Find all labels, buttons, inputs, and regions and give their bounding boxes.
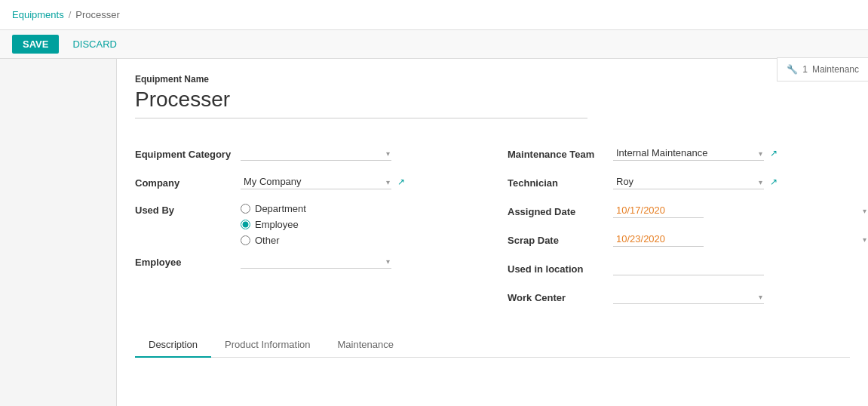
scrap-date-chevron-icon: ▾ <box>863 235 866 244</box>
used-by-label: Used By <box>135 203 241 216</box>
scrap-date-display[interactable]: 10/23/2020 <box>613 232 704 247</box>
company-row: Company My Company ▾ ↗ <box>135 174 477 195</box>
equipment-name-section: Equipment Name Processer <box>135 74 850 146</box>
tab-description[interactable]: Description <box>135 333 211 358</box>
equipment-name-label: Equipment Name <box>135 74 850 85</box>
equipment-category-select[interactable] <box>241 146 391 161</box>
equipment-name-value: Processer <box>135 88 587 118</box>
used-by-other-radio[interactable] <box>241 235 250 245</box>
assigned-date-row: Assigned Date 10/17/2020 ▾ <box>508 203 850 224</box>
employee-value[interactable]: ▾ <box>241 254 477 269</box>
used-in-location-input[interactable] <box>613 260 764 275</box>
technician-select[interactable]: Roy <box>613 174 764 189</box>
sidebar <box>0 59 117 406</box>
employee-select-wrapper[interactable]: ▾ <box>241 254 391 269</box>
breadcrumb-current: Processer <box>75 9 120 20</box>
assigned-date-label: Assigned Date <box>508 203 613 217</box>
company-label: Company <box>135 174 241 189</box>
content-area: 🔧 1 Maintenanc Equipment Name Processer … <box>117 59 868 406</box>
breadcrumb-equipments-link[interactable]: Equipments <box>12 9 64 20</box>
breadcrumb-separator: / <box>69 9 72 20</box>
equipment-category-select-wrapper[interactable]: ▾ <box>241 146 391 161</box>
maintenance-label: Maintenanc <box>812 64 859 75</box>
maintenance-team-value: Internal Maintenance ▾ ↗ <box>613 146 850 161</box>
technician-row: Technician Roy ▾ ↗ <box>508 174 850 195</box>
used-by-row: Used By Department Employee <box>135 203 477 246</box>
discard-button[interactable]: DISCARD <box>65 35 124 54</box>
scrap-date-label: Scrap Date <box>508 232 613 246</box>
maintenance-team-external-link-icon[interactable]: ↗ <box>770 148 778 158</box>
used-in-location-row: Used in location <box>508 260 850 281</box>
used-by-other-option[interactable]: Other <box>241 235 306 246</box>
maintenance-badge[interactable]: 🔧 1 Maintenanc <box>777 59 868 82</box>
scrap-date-value: 10/23/2020 ▾ <box>613 232 850 247</box>
maintenance-team-select[interactable]: Internal Maintenance <box>613 146 764 161</box>
work-center-select-wrapper[interactable]: ▾ <box>613 289 764 304</box>
breadcrumb: Equipments / Processer <box>12 9 120 20</box>
right-fields: Maintenance Team Internal Maintenance ▾ … <box>508 146 850 318</box>
technician-select-wrapper[interactable]: Roy ▾ <box>613 174 764 189</box>
work-center-value[interactable]: ▾ <box>613 289 850 304</box>
assigned-date-display[interactable]: 10/17/2020 <box>613 203 704 218</box>
employee-row: Employee ▾ <box>135 254 477 275</box>
used-by-department-label: Department <box>255 203 306 214</box>
company-value: My Company ▾ ↗ <box>241 174 477 189</box>
used-by-other-label: Other <box>255 235 280 246</box>
wrench-icon: 🔧 <box>787 64 798 75</box>
company-select-wrapper[interactable]: My Company ▾ <box>241 174 391 189</box>
used-by-department-option[interactable]: Department <box>241 203 306 214</box>
employee-select[interactable] <box>241 254 391 269</box>
company-select[interactable]: My Company <box>241 174 391 189</box>
used-in-location-value[interactable] <box>613 260 850 275</box>
technician-label: Technician <box>508 174 613 189</box>
maintenance-team-label: Maintenance Team <box>508 146 613 160</box>
assigned-date-chevron-icon: ▾ <box>863 207 866 215</box>
used-by-employee-radio[interactable] <box>241 220 250 229</box>
used-by-department-radio[interactable] <box>241 204 250 214</box>
fields-grid: Equipment Category ▾ Company <box>135 146 850 318</box>
assigned-date-value: 10/17/2020 ▾ <box>613 203 850 218</box>
used-by-employee-option[interactable]: Employee <box>241 219 306 230</box>
used-by-options: Department Employee Other <box>241 203 477 246</box>
maintenance-team-row: Maintenance Team Internal Maintenance ▾ … <box>508 146 850 167</box>
save-button[interactable]: SAVE <box>12 35 59 54</box>
action-bar: SAVE DISCARD <box>0 30 868 59</box>
equipment-category-value[interactable]: ▾ <box>241 146 477 161</box>
tab-maintenance[interactable]: Maintenance <box>324 333 406 358</box>
work-center-select[interactable] <box>613 289 764 304</box>
employee-label: Employee <box>135 254 241 268</box>
used-in-location-label: Used in location <box>508 260 613 275</box>
technician-value: Roy ▾ ↗ <box>613 174 850 189</box>
equipment-category-label: Equipment Category <box>135 146 241 160</box>
work-center-label: Work Center <box>508 289 613 303</box>
maintenance-count: 1 <box>802 64 808 75</box>
maintenance-team-select-wrapper[interactable]: Internal Maintenance ▾ <box>613 146 764 161</box>
tabs-container: Description Product Information Maintena… <box>135 333 850 358</box>
tab-product-information[interactable]: Product Information <box>211 333 324 358</box>
equipment-category-row: Equipment Category ▾ <box>135 146 477 167</box>
used-by-employee-label: Employee <box>255 219 299 230</box>
left-fields: Equipment Category ▾ Company <box>135 146 477 318</box>
company-external-link-icon[interactable]: ↗ <box>397 177 405 187</box>
tab-content-area <box>135 358 850 403</box>
scrap-date-row: Scrap Date 10/23/2020 ▾ <box>508 232 850 253</box>
technician-external-link-icon[interactable]: ↗ <box>770 177 778 187</box>
work-center-row: Work Center ▾ <box>508 289 850 310</box>
used-by-radio-group: Department Employee Other <box>241 203 306 246</box>
